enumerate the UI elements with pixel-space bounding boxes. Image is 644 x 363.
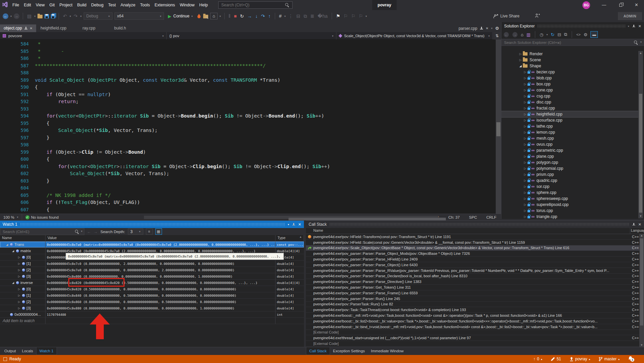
menu-git[interactable]: Git [47, 3, 57, 7]
tree-item-parametric-cpp[interactable]: ▷++parametric.cpp [501, 147, 639, 153]
editor-scrollbar-thumb[interactable] [496, 122, 500, 136]
navigate-back-icon[interactable]: ← [3, 13, 8, 19]
expand-icon[interactable]: ▷ [524, 125, 527, 128]
close-icon[interactable]: ✕ [30, 24, 32, 32]
refresh-icon[interactable]: ↻ [551, 32, 555, 37]
tool-tab-call-stack[interactable]: Call Stack [306, 347, 330, 355]
code-editor[interactable]: 584 *585 * -586 *587********************… [0, 40, 496, 214]
breadcrumb-project[interactable]: povcore▾ [0, 32, 167, 40]
switch-views-icon[interactable]: ▥ [527, 32, 531, 37]
expand-icon[interactable]: ▷ [524, 113, 527, 116]
expand-icon[interactable]: ▷ [524, 131, 527, 134]
configuration-select[interactable]: Debug▾ [84, 12, 112, 20]
pin-icon[interactable] [24, 26, 27, 30]
editor-tab-build.h[interactable]: build.h [110, 24, 130, 32]
redo-icon[interactable]: ↷ [73, 12, 78, 20]
step-out-icon[interactable]: ↑ [268, 12, 271, 20]
call-stack-scrollbar-thumb[interactable] [640, 238, 643, 325]
menu-view[interactable]: View [33, 3, 47, 7]
breadcrumb-scope[interactable]: {} pov▾ [167, 32, 336, 40]
expand-icon[interactable]: ▷ [524, 203, 527, 206]
repo-button[interactable]: povray▴ [570, 357, 590, 361]
expand-icon[interactable]: ▷ [524, 155, 527, 158]
pause-icon[interactable]: ‖ [228, 12, 231, 20]
expand-icon[interactable]: ▷ [524, 94, 527, 98]
zoom-select[interactable]: 100 %▾ [0, 214, 22, 220]
expand-icon[interactable]: ▷ [524, 106, 527, 110]
collapse-icon[interactable]: ◢ [11, 281, 15, 284]
watch-add-row[interactable]: Add item to watch [0, 318, 304, 324]
previous-bookmark-icon[interactable]: ⚐ [343, 12, 348, 20]
back-icon[interactable]: ← [504, 32, 509, 37]
tree-item-polygon-cpp[interactable]: ▷++polygon.cpp [501, 159, 639, 165]
step-over-icon[interactable]: ↷ [260, 12, 266, 20]
breadcrumb-member[interactable]: Scale_Object(ObjectPtr Object, const Vec… [336, 32, 493, 40]
branch-button[interactable]: master▴ [599, 357, 620, 361]
expand-icon[interactable]: ▷ [519, 58, 522, 62]
expand-icon[interactable]: ▷ [524, 209, 527, 212]
menu-analyze[interactable]: Analyze [118, 3, 138, 7]
tree-item-box-cpp[interactable]: ▷++box.cpp [501, 81, 639, 87]
indent-guides-icon[interactable]: ⋮ [288, 12, 294, 20]
show-all-files-icon[interactable]: ⧉ [564, 32, 567, 37]
save-all-icon[interactable] [51, 14, 55, 18]
properties-icon[interactable]: ⚙ [583, 32, 587, 37]
horizontal-scrollbar[interactable] [144, 216, 438, 219]
editor-tab-ray.cpp[interactable]: ray.cpp [79, 24, 99, 32]
search-input[interactable] [218, 1, 293, 9]
tree-item-sor-cpp[interactable]: ▷++sor.cpp [501, 184, 639, 190]
tree-item-spheresweep-cpp[interactable]: ▷++spheresweep.cpp [501, 196, 639, 202]
search-next-icon[interactable]: → [94, 229, 98, 234]
collapse-icon[interactable]: ◢ [519, 64, 522, 68]
watch-row-2[interactable]: ▷[2]0x0000000045c8e7e0 {0.00000000000000… [0, 267, 304, 273]
notifications-button[interactable]: 1 [628, 356, 633, 362]
tab-dropdown-icon[interactable]: ▾ [491, 27, 492, 30]
expand-icon[interactable]: ▷ [524, 161, 527, 164]
watch-row-3[interactable]: ▷[3]0x0000000045c8e880 {0.00000000000000… [0, 305, 304, 311]
minimize-button[interactable]: — [596, 0, 612, 10]
menu-extensions[interactable]: Extensions [152, 3, 177, 7]
menu-window[interactable]: Window [177, 3, 197, 7]
continue-button[interactable]: ▶Continue▾ [166, 12, 195, 20]
call-stack-frame[interactable]: pvengine64d.exe!thread_start<unsigned in… [306, 335, 644, 341]
call-stack-frame[interactable]: pvengine64d.exe!pov_parser::Parser::Pars… [306, 274, 644, 279]
menu-edit[interactable]: Edit [21, 3, 33, 7]
stop-icon[interactable]: ■ [233, 12, 237, 20]
collapse-icon[interactable]: ◢ [11, 249, 15, 252]
tree-item-mesh-cpp[interactable]: ▷++mesh.cpp [501, 135, 639, 141]
save-icon[interactable] [45, 14, 49, 18]
close-icon[interactable]: ✕ [486, 26, 488, 30]
watch-row-0[interactable]: ▷[0]0x0000000045c8e820 {0.50000000000000… [0, 286, 304, 292]
call-stack-frame[interactable]: pvengine64d.exe!pov_parser::Parser::Pars… [306, 290, 644, 296]
tree-item-csg-cpp[interactable]: ▷++csg.cpp [501, 93, 639, 99]
call-stack-frame[interactable]: pvengine64d.exe!pov_parser::Parser::Pars… [306, 268, 644, 274]
expand-icon[interactable]: ▷ [17, 307, 21, 310]
close-icon[interactable]: ✕ [298, 222, 301, 227]
expand-icon[interactable]: ▷ [524, 119, 527, 122]
tree-item-sphere-cpp[interactable]: ▷++sphere.cpp [501, 190, 639, 196]
call-stack-frame[interactable]: pvengine64d.exe!pov_parser::Parser::Run(… [306, 296, 644, 302]
hex-display-icon[interactable]: ≡ [146, 228, 153, 235]
pin-icon[interactable] [632, 223, 635, 226]
watch-row-2[interactable]: ▷[2]0x0000000045c8e860 {0.00000000000000… [0, 299, 304, 305]
tree-item-plane-cpp[interactable]: ▷++plane.cpp [501, 153, 639, 159]
tree-item-heightfield-cpp[interactable]: ▷++heightfield.cpp [501, 111, 639, 117]
tree-item-prism-cpp[interactable]: ▷++prism.cpp [501, 171, 639, 177]
copy-structure-icon[interactable]: ⧉ [303, 12, 308, 20]
watch-row-1[interactable]: ▷[1]0x0000000045c8e840 {0.00000000000000… [0, 292, 304, 299]
expand-icon[interactable]: ▷ [524, 82, 527, 86]
expand-icon[interactable]: ▷ [524, 167, 527, 170]
editor-tab-object.cpp[interactable]: object.cpp✕ [0, 24, 36, 32]
call-stack-frame[interactable]: pvengine64d.exe!pov::ParserTask::Run() L… [306, 302, 644, 307]
expand-icon[interactable]: ▷ [524, 191, 527, 194]
watch-column-value[interactable]: Value [46, 235, 275, 241]
close-button[interactable]: ✕ [629, 0, 644, 10]
pane-dropdown-icon[interactable]: ▾ [288, 223, 289, 226]
search-dropdown-icon[interactable]: ▾ [640, 41, 642, 44]
tree-item-polynomial-cpp[interactable]: ▷++polynomial.cpp [501, 165, 639, 171]
pin-icon[interactable] [632, 24, 635, 28]
unsaved-edits-button[interactable]: 51 [551, 357, 561, 361]
tree-item-superellipsoid-cpp[interactable]: ▷++superellipsoid.cpp [501, 202, 639, 208]
close-icon[interactable]: ✕ [638, 24, 641, 28]
gear-icon[interactable]: ⚙ [495, 26, 499, 31]
